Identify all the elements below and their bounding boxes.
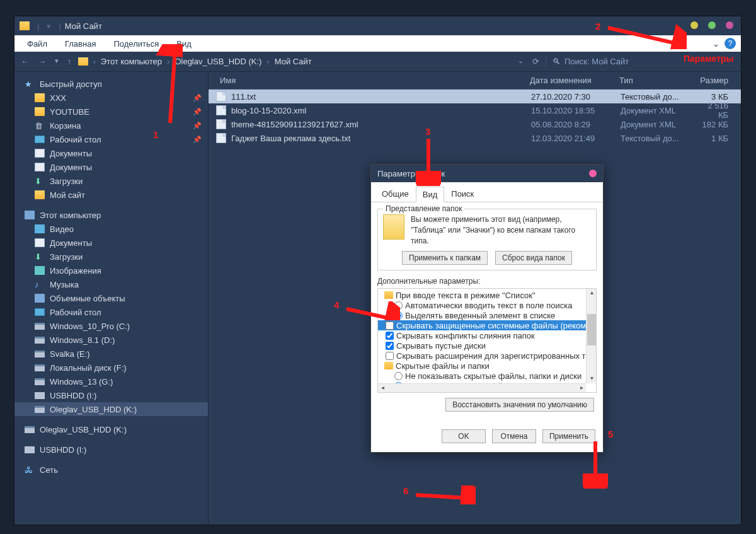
sidebar-item[interactable]: USBHDD (I:) [14, 443, 208, 456]
scroll-left-icon[interactable]: ◂ [378, 384, 387, 393]
sidebar-item[interactable]: Локальный диск (F:) [14, 361, 208, 374]
sidebar-item[interactable]: ⬇Загрузки [14, 250, 208, 264]
adv-option[interactable]: Не показывать скрытые файлы, папки и дис… [378, 371, 596, 381]
scroll-up-icon[interactable]: ▴ [587, 289, 597, 298]
apply-to-folders-button[interactable]: Применить к папкам [402, 251, 488, 265]
annotation-3: 3 [425, 126, 430, 137]
checkbox[interactable] [386, 322, 394, 330]
chevron-down-icon[interactable]: ⌄ [713, 39, 719, 49]
scroll-down-icon[interactable]: ▾ [587, 374, 597, 383]
close-icon[interactable] [589, 170, 597, 177]
adv-option[interactable]: Выделять введенный элемент в списке [378, 310, 596, 320]
restore-defaults-button[interactable]: Восстановить значения по умолчанию [445, 398, 594, 412]
sidebar-item[interactable]: Windows_8.1 (D:) [14, 333, 208, 347]
checkbox[interactable] [386, 332, 394, 340]
separator: | [37, 21, 39, 31]
sidebar-item[interactable]: Oleglav_USB_HDD (K:) [14, 402, 208, 416]
menu-file[interactable]: Файл [18, 37, 56, 51]
chevron-right-icon: › [266, 57, 269, 66]
checkbox[interactable] [386, 342, 394, 350]
sidebar-item[interactable]: USBHDD (I:) [14, 388, 208, 402]
adv-option[interactable]: Скрывать пустые диски [378, 340, 596, 351]
table-row[interactable]: blog-10-15-2020.xml15.10.2020 18:35Докум… [209, 103, 741, 117]
sidebar-item[interactable]: Изображения [14, 264, 208, 277]
sidebar-item[interactable]: YOUTUBE📌 [14, 105, 208, 119]
chevron-down-icon[interactable]: ▾ [55, 57, 59, 66]
annotation-4: 4 [334, 299, 339, 310]
adv-option[interactable]: Автоматически вводить текст в поле поиск… [378, 300, 596, 310]
adv-option[interactable]: Скрывать защищенные системные файлы (рек… [378, 320, 596, 330]
advanced-settings[interactable]: При вводе текста в режиме "Список"Автома… [377, 288, 597, 393]
col-date[interactable]: Дата изменения [530, 76, 619, 85]
chevron-down-icon[interactable]: ⌄ [518, 57, 524, 66]
tab-search[interactable]: Поиск [444, 186, 481, 202]
sidebar-item[interactable]: ⬇Загрузки [14, 174, 208, 188]
col-size[interactable]: Размер [700, 76, 741, 85]
adv-option[interactable]: Скрывать конфликты слияния папок [378, 330, 596, 340]
addr-controls: ⌄ ⟳ [518, 57, 539, 66]
ok-button[interactable]: OK [442, 429, 486, 443]
sidebar-item[interactable]: Документы [14, 146, 208, 160]
refresh-icon[interactable]: ⟳ [532, 57, 539, 66]
radio[interactable] [394, 311, 403, 320]
sidebar-item[interactable]: Windows_13 (G:) [14, 374, 208, 388]
sidebar-item[interactable]: Oleglav_USB_HDD (K:) [14, 422, 208, 436]
maximize-dot[interactable] [708, 21, 716, 29]
sidebar-item[interactable]: Документы [14, 236, 208, 250]
up-icon[interactable]: ↑ [67, 57, 72, 66]
folder-view-group: Представление папок Вы можете применить … [377, 209, 597, 270]
radio[interactable] [394, 372, 403, 380]
scrollbar-thumb[interactable] [587, 314, 596, 345]
crumb-drive[interactable]: Oleglav_USB_HDD (K:) [175, 57, 261, 66]
crumb-folder[interactable]: Мой Сайт [275, 57, 312, 66]
scrollbar-vertical[interactable]: ▴ ▾ [586, 289, 596, 383]
cancel-button[interactable]: Отмена [492, 429, 536, 443]
sidebar-item[interactable]: Svalka (E:) [14, 347, 208, 361]
forward-icon[interactable]: → [38, 57, 46, 66]
tab-view[interactable]: Вид [416, 187, 445, 202]
checkbox[interactable] [386, 352, 394, 360]
scrollbar-horizontal[interactable]: ◂ ▸ [378, 383, 586, 392]
titlebar: | ▾ | Мой Сайт [14, 16, 741, 35]
menu-share[interactable]: Поделиться [105, 37, 168, 51]
sidebar-item[interactable]: Объемные объекты [14, 291, 208, 305]
col-type[interactable]: Тип [619, 76, 700, 85]
search-placeholder: Поиск: Мой Сайт [564, 57, 629, 66]
sidebar-network[interactable]: 🖧Сеть [14, 463, 208, 477]
sidebar-item[interactable]: Документы [14, 160, 208, 174]
folder-icon [384, 291, 393, 299]
radio[interactable] [394, 301, 403, 310]
col-name[interactable]: Имя [220, 76, 530, 85]
sidebar-item[interactable]: 🗑Корзина📌 [14, 119, 208, 132]
table-row[interactable]: Гаджет Ваша реклама здесь.txt12.03.2020 … [209, 131, 741, 145]
sidebar-item[interactable]: Рабочий стол [14, 305, 208, 319]
sidebar-item[interactable]: Видео [14, 222, 208, 236]
crumb-pc[interactable]: Этот компьютер [101, 57, 162, 66]
tab-general[interactable]: Общие [375, 186, 416, 202]
menu-main[interactable]: Главная [56, 37, 105, 51]
reset-folders-button[interactable]: Сброс вида папок [495, 251, 572, 265]
sidebar-item[interactable]: Windows_10_Pro (C:) [14, 319, 208, 333]
sidebar-item[interactable]: Мой сайт [14, 188, 208, 202]
close-dot[interactable] [726, 21, 733, 29]
help-icon[interactable]: ? [724, 38, 736, 49]
sidebar-item[interactable]: Рабочий стол📌 [14, 132, 208, 146]
back-icon[interactable]: ← [21, 57, 29, 66]
minimize-dot[interactable] [690, 21, 698, 29]
adv-option[interactable]: Скрывать расширения для зарегистрированн… [378, 351, 596, 361]
drive-icon [35, 337, 45, 344]
star-icon: ★ [25, 79, 35, 88]
sidebar-this-pc[interactable]: Этот компьютер [14, 208, 208, 222]
table-row[interactable]: 111.txt27.10.2020 7:30Текстовый до...3 К… [209, 90, 741, 103]
scroll-right-icon[interactable]: ▸ [577, 384, 586, 393]
dialog-tabs: Общие Вид Поиск [371, 182, 603, 202]
breadcrumb[interactable]: › Этот компьютер › Oleglav_USB_HDD (K:) … [78, 57, 512, 66]
search-icon: 🔍︎ [553, 57, 561, 66]
sidebar-item[interactable]: ♪Музыка [14, 277, 208, 291]
apply-button[interactable]: Применить [542, 429, 595, 443]
sidebar-item[interactable]: XXX📌 [14, 91, 208, 105]
doc-icon [35, 149, 45, 158]
menu-view[interactable]: Вид [168, 37, 200, 51]
table-row[interactable]: theme-4815290911239217627.xml05.08.2020 … [209, 117, 741, 131]
sidebar-quick-access[interactable]: ★Быстрый доступ [14, 77, 208, 91]
